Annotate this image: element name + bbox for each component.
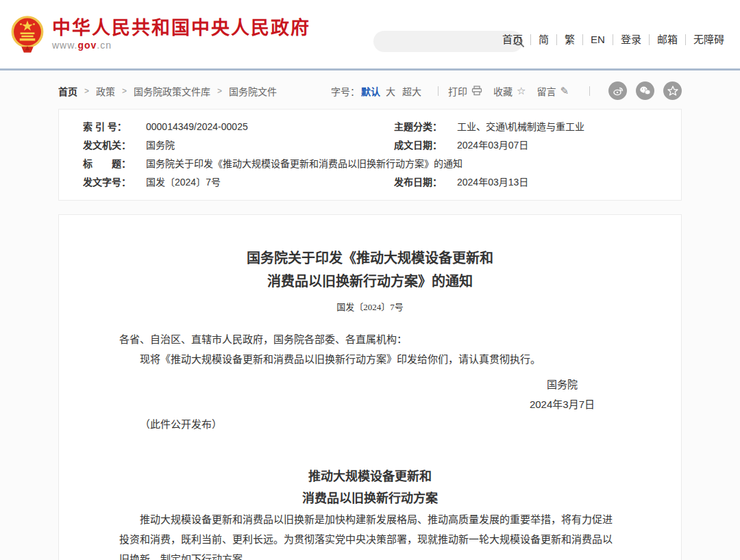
star-icon: ☆ (517, 85, 526, 97)
comment-button[interactable]: 留言 ✎ (536, 84, 569, 98)
salutation: 各省、自治区、直辖市人民政府，国务院各部委、各直属机构： (119, 329, 621, 349)
meta-publish-date-value: 2024年03月13日 (457, 173, 528, 192)
breadcrumb-state-council-docs[interactable]: 国务院文件 (229, 84, 277, 98)
meta-agency-label: 发文机关： (83, 136, 146, 155)
site-url: www.gov.cn (52, 40, 310, 51)
meta-agency-value: 国务院 (146, 136, 175, 155)
meta-title-label: 标 题： (83, 155, 146, 173)
favorite-button[interactable]: 收藏 ☆ (493, 84, 526, 98)
font-size-default[interactable]: 默认 (361, 84, 380, 98)
meta-title-value: 国务院关于印发《推动大规模设备更新和消费品以旧换新行动方案》的通知 (146, 155, 463, 173)
document-title: 国务院关于印发《推动大规模设备更新和 消费品以旧换新行动方案》的通知 (119, 246, 621, 293)
brand-text: 中华人民共和国中央人民政府 www.gov.cn (52, 18, 310, 51)
plan-intro-paragraph: 推动大规模设备更新和消费品以旧换新是加快构建新发展格局、推动高质量发展的重要举措… (119, 509, 621, 560)
meta-written-date: 成文日期： 2024年03月07日 (370, 136, 681, 155)
nav-simplified[interactable]: 简 (531, 34, 557, 45)
meta-doc-number-label: 发文字号： (83, 173, 146, 192)
weibo-icon (613, 86, 624, 97)
meta-index-label: 索 引 号： (83, 118, 146, 136)
search-input[interactable] (373, 36, 513, 47)
meta-row: 发文字号： 国发〔2024〕7号 发布日期： 2024年03月13日 (59, 173, 681, 192)
page-toolbar: 字号： 默认 大 超大 打印 收藏 ☆ 留言 ✎ (331, 81, 682, 100)
font-size-large[interactable]: 大 (386, 84, 395, 98)
sign-date: 2024年3月7日 (530, 394, 595, 414)
toolbar-divider (438, 86, 439, 96)
meta-doc-number-value: 国发〔2024〕7号 (146, 173, 221, 192)
site-url-gov: gov (77, 40, 97, 51)
breadcrumb-separator: > (122, 86, 127, 96)
nav-english[interactable]: EN (583, 34, 613, 45)
meta-written-date-label: 成文日期： (394, 136, 457, 155)
document-number: 国发〔2024〕7号 (119, 300, 621, 313)
breadcrumb-separator: > (84, 86, 89, 96)
meta-index: 索 引 号： 000014349/2024-00025 (59, 118, 370, 136)
printer-icon (471, 86, 482, 96)
top-nav: 首页 简 繁 EN 登录 邮箱 无障碍 (495, 34, 732, 45)
nav-traditional[interactable]: 繁 (557, 34, 583, 45)
site-url-www: www. (52, 40, 77, 51)
nav-mail[interactable]: 邮箱 (650, 34, 686, 45)
comment-label: 留言 (536, 84, 556, 98)
nav-home[interactable]: 首页 (495, 34, 531, 45)
national-emblem-icon (10, 14, 45, 54)
public-release-note: （此件公开发布） (119, 414, 621, 434)
wechat-icon (639, 86, 651, 96)
nav-login[interactable]: 登录 (613, 34, 650, 45)
print-button[interactable]: 打印 (448, 84, 482, 98)
document-body: 各省、自治区、直辖市人民政府，国务院各部委、各直属机构： 现将《推动大规模设备更… (119, 329, 621, 560)
print-label: 打印 (448, 84, 467, 98)
document-title-line2: 消费品以旧换新行动方案》的通知 (267, 274, 473, 289)
meta-agency: 发文机关： 国务院 (59, 136, 370, 155)
plan-title: 推动大规模设备更新和 消费品以旧换新行动方案 (119, 466, 621, 509)
forward-paragraph: 现将《推动大规模设备更新和消费品以旧换新行动方案》印发给你们，请认真贯彻执行。 (119, 349, 621, 369)
breadcrumb-policy-library[interactable]: 国务院政策文件库 (134, 84, 210, 98)
signer: 国务院 (530, 374, 595, 394)
meta-row: 标 题： 国务院关于印发《推动大规模设备更新和消费品以旧换新行动方案》的通知 (59, 155, 681, 173)
signature-block: 国务院 2024年3月7日 (530, 374, 595, 414)
site-header: 中华人民共和国中央人民政府 www.gov.cn 首页 简 繁 EN 登录 邮箱… (0, 0, 740, 71)
meta-topic: 主题分类： 工业、交通\机械制造与重工业 (370, 118, 681, 136)
breadcrumb: 首页 > 政策 > 国务院政策文件库 > 国务院文件 (58, 84, 277, 98)
share-wechat-button[interactable] (636, 81, 654, 100)
toolbar-divider (589, 86, 590, 96)
meta-publish-date-label: 发布日期： (394, 173, 457, 192)
breadcrumb-home[interactable]: 首页 (58, 84, 77, 98)
plan-title-line2: 消费品以旧换新行动方案 (302, 492, 438, 505)
breadcrumb-separator: > (217, 86, 222, 96)
meta-topic-label: 主题分类： (394, 118, 457, 136)
site-url-cn: .cn (97, 40, 112, 51)
breadcrumb-policy[interactable]: 政策 (96, 84, 115, 98)
meta-row: 索 引 号： 000014349/2024-00025 主题分类： 工业、交通\… (59, 118, 681, 136)
share-weibo-button[interactable] (608, 81, 627, 100)
site-logo-link[interactable]: 中华人民共和国中央人民政府 www.gov.cn (10, 14, 310, 54)
document-title-line1: 国务院关于印发《推动大规模设备更新和 (247, 251, 493, 266)
font-size-xlarge[interactable]: 超大 (402, 84, 421, 98)
document-meta-card: 索 引 号： 000014349/2024-00025 主题分类： 工业、交通\… (58, 109, 682, 201)
meta-title: 标 题： 国务院关于印发《推动大规模设备更新和消费品以旧换新行动方案》的通知 (59, 155, 681, 173)
nav-accessibility[interactable]: 无障碍 (686, 34, 732, 45)
meta-index-value: 000014349/2024-00025 (146, 118, 248, 136)
breadcrumb-toolbar-row: 首页 > 政策 > 国务院政策文件库 > 国务院文件 字号： 默认 大 超大 打… (58, 71, 682, 109)
document-body-card: 国务院关于印发《推动大规模设备更新和 消费品以旧换新行动方案》的通知 国发〔20… (58, 214, 682, 560)
qzone-star-icon (667, 86, 678, 97)
meta-publish-date: 发布日期： 2024年03月13日 (370, 173, 681, 192)
favorite-label: 收藏 (493, 84, 513, 98)
meta-written-date-value: 2024年03月07日 (457, 136, 528, 155)
meta-row: 发文机关： 国务院 成文日期： 2024年03月07日 (59, 136, 681, 155)
font-size-label: 字号： (331, 84, 360, 98)
meta-topic-value: 工业、交通\机械制造与重工业 (457, 118, 584, 136)
meta-doc-number: 发文字号： 国发〔2024〕7号 (59, 173, 370, 192)
site-title: 中华人民共和国中央人民政府 (52, 18, 310, 38)
pencil-icon: ✎ (560, 85, 569, 97)
plan-title-line1: 推动大规模设备更新和 (308, 470, 432, 483)
share-qzone-button[interactable] (663, 81, 682, 100)
